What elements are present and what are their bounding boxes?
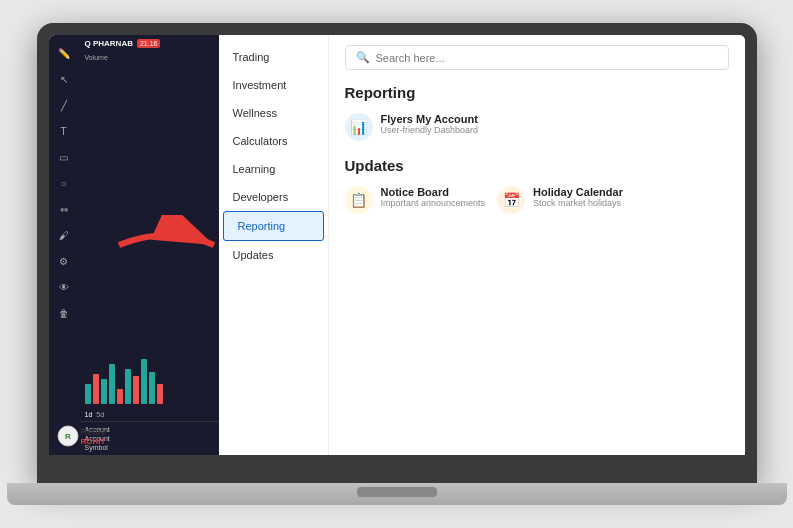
price-badge: 21.16: [137, 39, 161, 48]
flyers-text: Flyers My Account User-friendly Dashboar…: [381, 113, 479, 135]
laptop-outer: ✏️ ↖ ╱ T ▭ ○ ⇔ 🖌 ⚙ 👁 🗑 Q PHARNAB 2: [37, 23, 757, 483]
circle-icon[interactable]: ○: [54, 173, 74, 193]
nav-item-developers[interactable]: Developers: [219, 183, 328, 211]
text-icon[interactable]: T: [54, 121, 74, 141]
watermark-text: Retire ROHIT: [81, 427, 107, 446]
eye-icon[interactable]: 👁: [54, 277, 74, 297]
flyers-title: Flyers My Account: [381, 113, 479, 125]
candle: [117, 389, 123, 404]
candle: [149, 372, 155, 404]
updates-cards: 📋 Notice Board Important announcements 📅…: [345, 186, 729, 214]
notice-sub: Important announcements: [381, 198, 486, 208]
notice-board-card[interactable]: 📋 Notice Board Important announcements: [345, 186, 486, 214]
watermark-rohit: ROHIT: [81, 437, 107, 446]
candle: [101, 379, 107, 404]
screen-inner: ✏️ ↖ ╱ T ▭ ○ ⇔ 🖌 ⚙ 👁 🗑 Q PHARNAB 2: [49, 35, 745, 455]
notice-icon: 📋: [345, 186, 373, 214]
settings-icon[interactable]: ⚙: [54, 251, 74, 271]
watermark: R Retire ROHIT: [57, 425, 107, 447]
laptop-wrapper: ✏️ ↖ ╱ T ▭ ○ ⇔ 🖌 ⚙ 👁 🗑 Q PHARNAB 2: [7, 23, 787, 505]
svg-text:R: R: [65, 432, 71, 441]
nav-menu: TradingInvestmentWellnessCalculatorsLear…: [219, 35, 329, 455]
search-icon: 🔍: [356, 51, 370, 64]
calendar-sub: Stock market holidays: [533, 198, 623, 208]
reporting-cards: 📊 Flyers My Account User-friendly Dashbo…: [345, 113, 729, 141]
toolbar: ✏️ ↖ ╱ T ▭ ○ ⇔ 🖌 ⚙ 👁 🗑: [49, 35, 79, 455]
nav-item-wellness[interactable]: Wellness: [219, 99, 328, 127]
laptop-base: [7, 483, 787, 505]
volume-label: Volume: [79, 54, 219, 61]
brush-icon[interactable]: 🖌: [54, 225, 74, 245]
candle: [85, 384, 91, 404]
search-bar: 🔍: [345, 45, 729, 70]
candlestick-area: [79, 61, 219, 408]
nav-item-reporting[interactable]: Reporting: [223, 211, 324, 241]
shape-icon[interactable]: ▭: [54, 147, 74, 167]
updates-title: Updates: [345, 157, 729, 174]
retire-logo-icon: R: [57, 425, 79, 447]
candle: [109, 364, 115, 404]
search-input[interactable]: [376, 52, 718, 64]
chart-bottom: 1d 5d: [79, 408, 219, 421]
nav-item-investment[interactable]: Investment: [219, 71, 328, 99]
flyers-icon: 📊: [345, 113, 373, 141]
reporting-title: Reporting: [345, 84, 729, 101]
trash-icon[interactable]: 🗑: [54, 303, 74, 323]
flyers-sub: User-friendly Dashboard: [381, 125, 479, 135]
pharab-logo: Q PHARNAB: [85, 39, 133, 48]
time-1d[interactable]: 1d: [85, 411, 93, 418]
line-icon[interactable]: ╱: [54, 95, 74, 115]
pencil-icon[interactable]: ✏️: [54, 43, 74, 63]
time-5d[interactable]: 5d: [96, 411, 104, 418]
nav-item-learning[interactable]: Learning: [219, 155, 328, 183]
chart-top-bar: Q PHARNAB 21.16: [79, 35, 219, 52]
candle: [133, 376, 139, 404]
notice-title: Notice Board: [381, 186, 486, 198]
flyers-account-card[interactable]: 📊 Flyers My Account User-friendly Dashbo…: [345, 113, 479, 141]
watermark-retire: Retire: [81, 427, 107, 437]
nav-item-trading[interactable]: Trading: [219, 43, 328, 71]
calendar-title: Holiday Calendar: [533, 186, 623, 198]
holiday-calendar-card[interactable]: 📅 Holiday Calendar Stock market holidays: [497, 186, 623, 214]
candle: [93, 374, 99, 404]
candle: [157, 384, 163, 404]
nav-item-calculators[interactable]: Calculators: [219, 127, 328, 155]
candle: [125, 369, 131, 404]
measure-icon[interactable]: ⇔: [54, 199, 74, 219]
candle: [141, 359, 147, 404]
chart-area: Q PHARNAB 21.16 Volume 1d 5d Account Acc…: [79, 35, 219, 455]
nav-item-updates[interactable]: Updates: [219, 241, 328, 269]
calendar-icon: 📅: [497, 186, 525, 214]
notice-text: Notice Board Important announcements: [381, 186, 486, 208]
laptop-screen: ✏️ ↖ ╱ T ▭ ○ ⇔ 🖌 ⚙ 👁 🗑 Q PHARNAB 2: [49, 35, 745, 455]
cursor-icon[interactable]: ↖: [54, 69, 74, 89]
main-content: 🔍 Reporting 📊 Flyers My Account User-fri…: [329, 35, 745, 455]
calendar-text: Holiday Calendar Stock market holidays: [533, 186, 623, 208]
